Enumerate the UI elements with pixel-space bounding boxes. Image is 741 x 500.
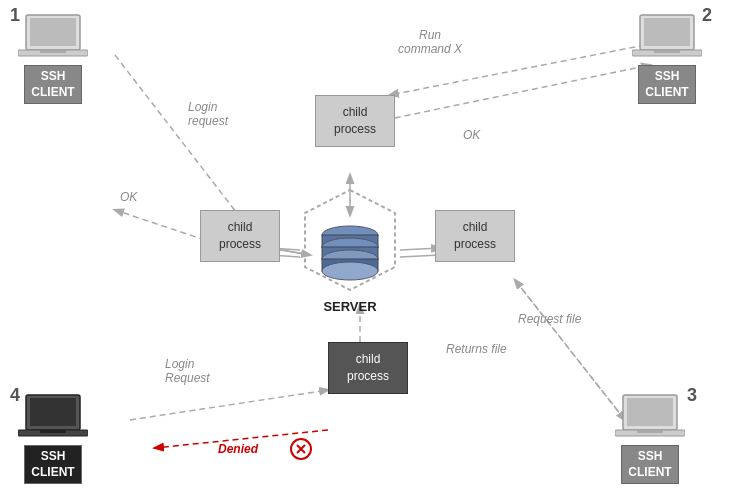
svg-line-3	[115, 210, 205, 240]
ssh-client-4: 4 SSHCLIENT	[18, 390, 88, 484]
child-box-left: childprocess	[200, 210, 280, 262]
svg-rect-26	[627, 398, 673, 426]
ssh-client-1: 1 SSHCLIENT	[18, 10, 88, 104]
request-file-label: Request file	[518, 312, 581, 326]
ok-left-label: OK	[120, 190, 137, 204]
laptop-icon-2	[632, 10, 702, 65]
svg-rect-30	[30, 398, 76, 426]
login-request-4-label: LoginRequest	[165, 357, 210, 385]
svg-line-10	[400, 248, 440, 250]
ssh-label-4: SSHCLIENT	[24, 445, 81, 484]
svg-line-15	[130, 390, 328, 420]
laptop-icon-3	[615, 390, 685, 445]
login-request-1-label: Loginrequest	[188, 100, 228, 128]
svg-line-12	[515, 280, 625, 420]
svg-line-11	[400, 255, 440, 257]
diagram: 1 SSHCLIENT 2 SSHCLIENT 3 SSHCLIENT	[0, 0, 741, 500]
ssh-label-3: SSHCLIENT	[621, 445, 678, 484]
child-box-bottom: childprocess	[328, 342, 408, 394]
denied-icon	[290, 438, 312, 464]
client-number-4: 4	[10, 385, 20, 406]
client-number-1: 1	[10, 5, 20, 26]
ssh-label-2: SSHCLIENT	[638, 65, 695, 104]
svg-rect-32	[40, 430, 66, 433]
ssh-client-2: 2 SSHCLIENT	[632, 10, 702, 104]
server-container: SERVER	[295, 185, 405, 304]
client-number-2: 2	[702, 5, 712, 26]
svg-line-13	[515, 280, 625, 420]
svg-line-1	[385, 65, 650, 120]
client-number-3: 3	[687, 385, 697, 406]
ok-top-label: OK	[463, 128, 480, 142]
laptop-icon-4	[18, 390, 88, 445]
denied-label: Denied	[218, 442, 258, 456]
svg-rect-20	[40, 50, 66, 53]
returns-file-label: Returns file	[446, 342, 507, 356]
laptop-icon-1	[18, 10, 88, 65]
child-box-top: childprocess	[315, 95, 395, 147]
server-icon	[295, 185, 405, 300]
svg-rect-22	[644, 18, 690, 46]
svg-rect-24	[654, 50, 680, 53]
command-text: command X	[398, 42, 462, 56]
svg-point-40	[322, 262, 378, 280]
ssh-client-3: 3 SSHCLIENT	[615, 390, 685, 484]
svg-rect-28	[637, 430, 663, 433]
ssh-label-1: SSHCLIENT	[24, 65, 81, 104]
server-label: SERVER	[295, 299, 405, 314]
run-command-label: Runcommand X	[398, 28, 462, 56]
child-box-right: childprocess	[435, 210, 515, 262]
svg-rect-18	[30, 18, 76, 46]
